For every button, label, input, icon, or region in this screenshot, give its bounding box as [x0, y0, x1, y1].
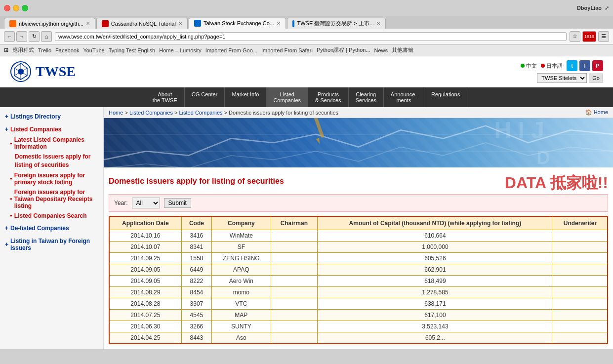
cell-capital: 617,100 [317, 310, 553, 321]
table-row: 2014.08.29 8454 momo 1,278,585 [109, 287, 608, 298]
close-button[interactable] [4, 5, 10, 11]
tab-close-2[interactable]: ✕ [277, 21, 281, 26]
bookmark-other[interactable]: 其他書籤 [392, 46, 413, 54]
breadcrumb-listed[interactable]: Listed Companies [129, 110, 173, 116]
reload-button[interactable]: ↻ [29, 31, 40, 42]
title-bar: DboyLiao ⤢ [0, 0, 613, 16]
tab-0[interactable]: nbviewer.ipython.org/gith... ✕ [4, 18, 95, 29]
nav-about[interactable]: About the TWSE [146, 87, 185, 107]
bookmark-imported2[interactable]: Imported From Safari [261, 47, 313, 53]
filter-submit-button[interactable]: Submit [164, 198, 191, 208]
main-content: Home > Listed Companies > Listed Compani… [104, 107, 613, 349]
table-row: 2014.10.16 3416 WinMate 610,664 [109, 230, 608, 242]
cell-date: 2014.08.28 [109, 298, 181, 310]
cell-chairman [271, 253, 317, 264]
cell-date: 2014.08.29 [109, 287, 181, 298]
logo-icon [10, 61, 32, 82]
logo-text: TWSE [36, 64, 76, 80]
nav-buttons: ← → ↻ ⌂ [4, 31, 52, 42]
nav-cg[interactable]: CG Center [185, 87, 225, 107]
nav-regulations[interactable]: Regulations [424, 87, 467, 107]
bookmark-facebook[interactable]: Facebook [55, 47, 79, 53]
ptv-icon[interactable]: P [592, 60, 603, 71]
social-icons: t f P [567, 60, 603, 71]
cell-chairman [271, 276, 317, 287]
home-nav-button[interactable]: ⌂ [41, 31, 52, 42]
tab-close-0[interactable]: ✕ [86, 21, 90, 26]
cell-date: 2014.07.25 [109, 310, 181, 321]
tab-close-1[interactable]: ✕ [178, 21, 182, 26]
home-link[interactable]: 🏠 Home [585, 109, 608, 116]
sidebar-domestic-label: Domestic issuers apply for listing of se… [15, 153, 90, 168]
cell-underwriter [553, 287, 608, 298]
menu-button[interactable]: ☰ [598, 31, 609, 42]
sidebar-sub-section: Latest Listed Companies Information Dome… [0, 135, 103, 221]
bookmark-apps[interactable]: 應用程式 [12, 46, 34, 54]
tab-1[interactable]: Cassandra NoSQL Tutorial ✕ [96, 18, 188, 29]
section-title: Domestic issuers apply for listing of se… [109, 177, 284, 186]
tabs-bar: nbviewer.ipython.org/gith... ✕ Cassandra… [0, 16, 613, 29]
lang-dot-green [521, 64, 525, 68]
fullscreen-icon[interactable]: ⤢ [605, 5, 609, 11]
tab-label-3: TWSE 臺灣證券交易所 > 上市... [297, 20, 374, 27]
breadcrumb-home[interactable]: Home [109, 110, 123, 116]
cell-capital: 605,526 [317, 253, 553, 264]
sidebar-listed-companies-heading[interactable]: Listed Companies [0, 124, 103, 135]
nav-announce[interactable]: Announce- ments [384, 87, 424, 107]
breadcrumb-bar: Home > Listed Companies > Listed Compani… [104, 107, 613, 118]
bookmark-youtube[interactable]: YouTube [83, 47, 104, 53]
maximize-button[interactable] [22, 5, 28, 11]
sidebar-listed-search[interactable]: Listed Companies Search [5, 211, 103, 221]
bookmark-icon[interactable]: ☆ [570, 31, 580, 42]
tab-favicon-2 [194, 20, 201, 27]
sidebar-latest-listed[interactable]: Latest Listed Companies Information [5, 135, 103, 152]
minimize-button[interactable] [13, 5, 19, 11]
nav-listed[interactable]: Listed Companies [266, 87, 308, 107]
lang-chinese[interactable]: 中文 [521, 62, 537, 70]
breadcrumb-listed2[interactable]: Listed Companies [179, 110, 223, 116]
bookmark-imported1[interactable]: Imported From Goo... [205, 47, 257, 53]
cell-underwriter [553, 321, 608, 332]
facebook-icon[interactable]: f [579, 60, 590, 71]
notification-badge: 1819 [582, 31, 596, 42]
nav-clearing[interactable]: Clearing Services [349, 87, 384, 107]
sidebar-foreign-tdr[interactable]: Foreign issuers apply for Taiwan Deposit… [5, 187, 103, 211]
breadcrumb-current: Domestic issuers apply for listing of se… [229, 110, 338, 116]
tab-label-2: Taiwan Stock Exchange Co... [204, 20, 274, 26]
url-input[interactable] [55, 32, 567, 41]
filter-year-select[interactable]: All 2014 2013 2012 [132, 198, 160, 208]
table-row: 2014.04.25 8443 Aso 605,2... [109, 332, 608, 344]
sidebar-foreign-primary-label: Foreign issuers apply for primary stock … [14, 172, 98, 186]
bookmark-lumosity[interactable]: Home – Lumosity [159, 47, 202, 53]
sitelet-select[interactable]: TWSE Sitelets [537, 73, 587, 83]
sidebar-delisted-heading[interactable]: De-listed Companies [0, 223, 103, 234]
twitter-icon[interactable]: t [567, 60, 577, 71]
cell-date: 2014.09.05 [109, 276, 181, 287]
sitelet-go-button[interactable]: Go [589, 74, 603, 82]
content-area: Listings Directory Listed Companies Late… [0, 107, 613, 349]
sidebar-domestic-issuers[interactable]: Domestic issuers apply for listing of se… [5, 152, 103, 170]
cell-capital: 638,171 [317, 298, 553, 310]
cell-capital: 618,499 [317, 276, 553, 287]
bookmark-python[interactable]: Python課程 | Python... [317, 46, 370, 54]
tab-3[interactable]: TWSE 臺灣證券交易所 > 上市... ✕ [287, 18, 386, 29]
sidebar-listings-directory[interactable]: Listings Directory [0, 111, 103, 122]
bookmark-news[interactable]: News [374, 47, 388, 53]
cell-code: 3416 [181, 230, 211, 242]
back-button[interactable]: ← [4, 31, 15, 42]
bookmark-typing[interactable]: Typing Test English [109, 47, 156, 53]
forward-button[interactable]: → [16, 31, 27, 42]
cell-company: momo [212, 287, 271, 298]
cell-capital: 662,901 [317, 264, 553, 276]
nav-products[interactable]: Products & Services [308, 87, 349, 107]
sidebar-foreign-primary[interactable]: Foreign issuers apply for primary stock … [5, 170, 103, 187]
lang-japanese[interactable]: 日本語 [541, 62, 563, 70]
nav-market[interactable]: Market Info [225, 87, 266, 107]
tab-2[interactable]: Taiwan Stock Exchange Co... ✕ [189, 18, 286, 29]
tab-close-3[interactable]: ✕ [376, 21, 380, 26]
col-header-date: Application Date [109, 216, 181, 230]
col-header-chairman: Chairman [271, 216, 317, 230]
sidebar-section-listed: Listed Companies Latest Listed Companies… [0, 124, 103, 221]
sidebar-foreign-heading[interactable]: Listing in Taiwan by Foreign Issuers [0, 236, 103, 253]
bookmark-trello[interactable]: Trello [38, 47, 51, 53]
